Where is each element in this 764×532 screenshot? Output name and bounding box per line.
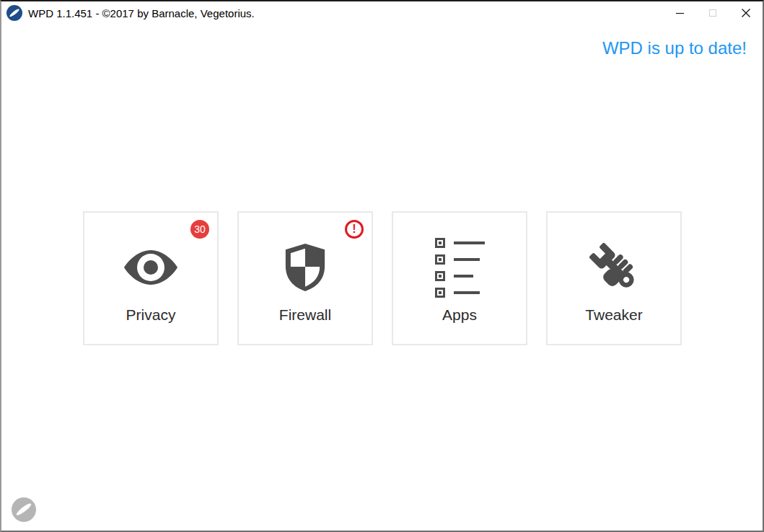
cards-row: 30 Privacy ! [83,211,682,345]
wpd-footer-logo-icon [12,497,36,522]
privacy-count-badge: 30 [190,220,209,239]
title-bar: WPD 1.1.451 - ©2017 by Barnacle, Vegetor… [1,1,763,25]
update-status-text[interactable]: WPD is up to date! [602,38,747,58]
close-icon [741,8,751,18]
tweaker-card[interactable]: Tweaker [546,211,682,345]
maximize-icon [709,9,716,17]
wrench-hand-icon [585,237,643,298]
close-button[interactable] [729,1,763,25]
shield-icon [283,237,328,298]
firewall-card-label: Firewall [279,306,331,324]
minimize-button[interactable] [663,1,696,25]
minimize-icon [676,13,684,14]
eye-icon [123,237,178,298]
apps-card-label: Apps [442,306,477,324]
app-list-icon [435,237,485,298]
window-title: WPD 1.1.451 - ©2017 by Barnacle, Vegetor… [28,7,255,19]
firewall-alert-badge: ! [345,220,364,239]
maximize-button[interactable] [696,1,729,25]
privacy-card[interactable]: 30 Privacy [83,211,219,345]
app-logo-icon [6,5,22,21]
window-controls [663,1,763,25]
apps-card[interactable]: Apps [392,211,527,345]
firewall-card[interactable]: ! Firewall [237,211,373,345]
privacy-card-label: Privacy [126,306,176,324]
app-window: WPD 1.1.451 - ©2017 by Barnacle, Vegetor… [0,0,764,532]
tweaker-card-label: Tweaker [585,306,642,324]
